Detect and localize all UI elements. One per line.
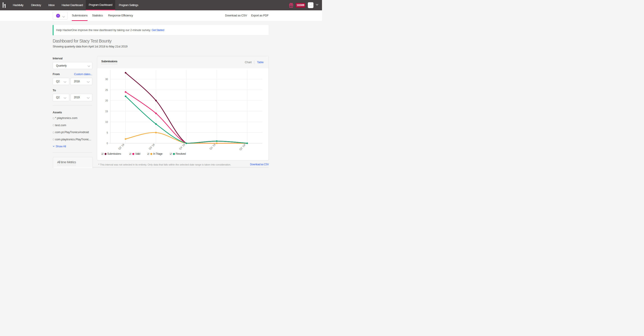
svg-text:25: 25 (105, 88, 108, 91)
svg-text:Q1 '19: Q1 '19 (209, 143, 216, 150)
svg-text:Q4 '18: Q4 '18 (178, 143, 186, 150)
svg-text:Q2 '18: Q2 '18 (118, 143, 125, 150)
svg-text:10: 10 (105, 121, 108, 123)
svg-text:30: 30 (105, 78, 108, 80)
svg-text:5: 5 (107, 131, 108, 134)
svg-text:Q3 '18: Q3 '18 (148, 143, 155, 150)
svg-text:Q2 '19*: Q2 '19* (239, 143, 246, 151)
svg-text:0: 0 (107, 142, 108, 145)
svg-text:20: 20 (105, 99, 108, 102)
svg-text:15: 15 (105, 110, 108, 112)
